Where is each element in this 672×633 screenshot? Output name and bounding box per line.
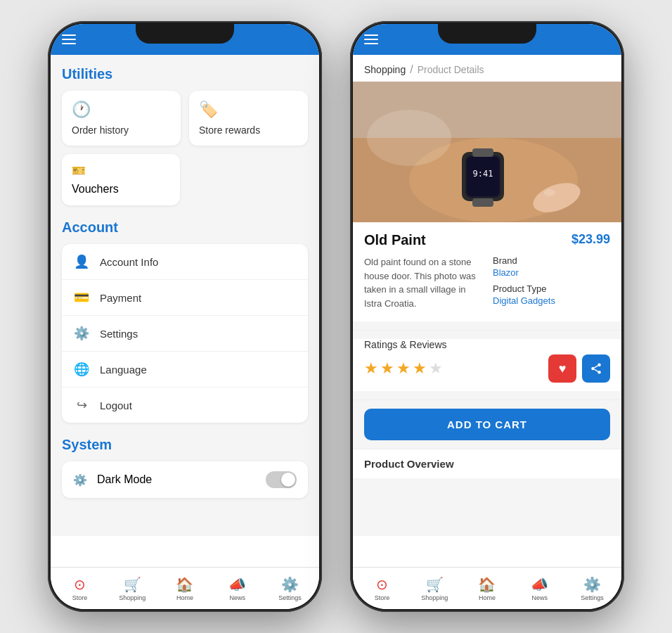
action-buttons: ♥ [548, 354, 610, 383]
breadcrumb-separator: / [410, 63, 413, 76]
right-nav-settings[interactable]: ⚙️ Settings [566, 576, 619, 601]
svg-point-9 [544, 189, 555, 196]
star-5: ★ [429, 359, 443, 378]
breadcrumb-product-details: Product Details [418, 64, 484, 75]
settings-label-left: Settings [278, 594, 302, 601]
account-info-icon: 👤 [73, 254, 90, 269]
dark-mode-label: Dark Mode [97, 473, 152, 486]
right-screen-content: Shopping / Product Details [353, 55, 621, 536]
payment-icon: 💳 [73, 290, 90, 305]
store-icon-left: ⊙ [74, 576, 86, 593]
order-history-icon: 🕐 [72, 101, 171, 119]
account-info-item[interactable]: 👤 Account Info [62, 244, 308, 280]
ratings-label: Ratings & Reviews [364, 339, 610, 350]
right-nav-shopping[interactable]: 🛒 Shopping [408, 576, 461, 601]
payment-label: Payment [100, 292, 141, 304]
product-name: Old Paint [364, 232, 426, 248]
svg-point-11 [367, 110, 451, 166]
account-title: Account [62, 219, 308, 236]
add-to-cart-button[interactable]: ADD TO CART [364, 409, 610, 440]
left-nav-store[interactable]: ⊙ Store [53, 576, 106, 601]
divider-2 [353, 399, 621, 400]
svg-rect-7 [472, 198, 493, 207]
right-nav-store[interactable]: ⊙ Store [356, 576, 408, 601]
hamburger-icon-left[interactable] [62, 34, 76, 44]
shopping-icon-right: 🛒 [426, 576, 444, 593]
star-2: ★ [380, 359, 394, 378]
store-label-right: Store [375, 594, 390, 601]
language-icon: 🌐 [73, 362, 90, 377]
notch-right [438, 24, 536, 44]
shopping-label-left: Shopping [119, 594, 146, 601]
star-4: ★ [413, 359, 427, 378]
heart-button[interactable]: ♥ [548, 354, 576, 383]
dark-mode-icon: ⚙️ [73, 473, 87, 487]
left-nav-news[interactable]: 📣 News [211, 576, 264, 601]
settings-label: Settings [100, 328, 138, 340]
right-phone: Shopping / Product Details [350, 21, 624, 612]
utilities-grid: 🕐 Order history 🏷️ Store rewards [62, 91, 308, 146]
store-label-left: Store [72, 594, 88, 601]
logout-icon: ↪ [73, 397, 90, 413]
star-1: ★ [364, 359, 378, 378]
home-label-left: Home [176, 594, 193, 601]
store-icon-right: ⊙ [376, 576, 388, 593]
account-info-label: Account Info [100, 256, 158, 268]
order-history-card[interactable]: 🕐 Order history [62, 91, 181, 146]
dark-mode-item[interactable]: ⚙️ Dark Mode [62, 461, 308, 498]
vouchers-label: Vouchers [72, 183, 170, 196]
stars: ★ ★ ★ ★ ★ [364, 359, 443, 378]
svg-rect-6 [472, 148, 493, 157]
brand-label: Brand [493, 255, 610, 266]
vouchers-card[interactable]: 🎫 Vouchers [62, 154, 180, 205]
logout-item[interactable]: ↪ Logout [62, 388, 308, 423]
breadcrumb-shopping[interactable]: Shopping [364, 64, 406, 75]
left-screen-content: Utilities 🕐 Order history 🏷️ Store rewar… [51, 55, 319, 536]
divider-1 [353, 330, 621, 331]
share-button[interactable] [582, 354, 610, 383]
product-info: Old Paint $23.99 Old paint found on a st… [353, 222, 621, 321]
shopping-icon-left: 🛒 [124, 576, 141, 593]
dark-mode-toggle[interactable] [266, 471, 297, 488]
product-price: $23.99 [571, 232, 610, 247]
product-meta: Brand Blazor Product Type Digital Gadget… [493, 255, 610, 312]
product-overview-label: Product Overview [353, 449, 621, 478]
news-icon-left: 📣 [228, 576, 246, 593]
ratings-row: ★ ★ ★ ★ ★ ♥ [364, 354, 610, 383]
svg-point-14 [597, 371, 601, 374]
product-description: Old paint found on a stone house door. T… [364, 255, 482, 312]
language-label: Language [100, 364, 147, 376]
product-header: Old Paint $23.99 [364, 232, 610, 248]
svg-point-13 [591, 367, 595, 371]
product-image: 9:41 [353, 82, 621, 222]
order-history-label: Order history [72, 124, 171, 136]
right-nav-news[interactable]: 📣 News [513, 576, 566, 601]
payment-item[interactable]: 💳 Payment [62, 280, 308, 316]
home-label-right: Home [479, 594, 496, 601]
language-item[interactable]: 🌐 Language [62, 352, 308, 388]
left-nav-home[interactable]: 🏠 Home [159, 576, 212, 601]
right-bottom-nav: ⊙ Store 🛒 Shopping 🏠 Home 📣 News ⚙️ Sett… [353, 567, 621, 609]
product-body: Old paint found on a stone house door. T… [364, 255, 610, 312]
left-phone-inner: Utilities 🕐 Order history 🏷️ Store rewar… [51, 24, 319, 609]
star-3: ★ [396, 359, 411, 378]
left-nav-shopping[interactable]: 🛒 Shopping [106, 576, 159, 601]
store-rewards-icon: 🏷️ [199, 101, 298, 119]
left-nav-settings[interactable]: ⚙️ Settings [264, 576, 316, 601]
store-rewards-label: Store rewards [199, 124, 298, 136]
svg-point-12 [597, 364, 601, 367]
right-nav-home[interactable]: 🏠 Home [461, 576, 514, 601]
left-bottom-nav: ⊙ Store 🛒 Shopping 🏠 Home 📣 News ⚙️ Sett… [51, 567, 319, 609]
brand-value: Blazor [493, 267, 610, 278]
svg-line-15 [594, 369, 597, 371]
logout-label: Logout [100, 399, 132, 411]
settings-icon-right: ⚙️ [583, 576, 601, 593]
settings-label-right: Settings [581, 594, 604, 601]
account-list: 👤 Account Info 💳 Payment ⚙️ Settings 🌐 L… [62, 244, 308, 423]
vouchers-icon: 🎫 [72, 164, 170, 177]
store-rewards-card[interactable]: 🏷️ Store rewards [189, 91, 308, 146]
news-label-left: News [230, 594, 246, 601]
settings-item[interactable]: ⚙️ Settings [62, 316, 308, 352]
hamburger-icon-right[interactable] [364, 34, 378, 44]
utilities-title: Utilities [62, 66, 308, 82]
